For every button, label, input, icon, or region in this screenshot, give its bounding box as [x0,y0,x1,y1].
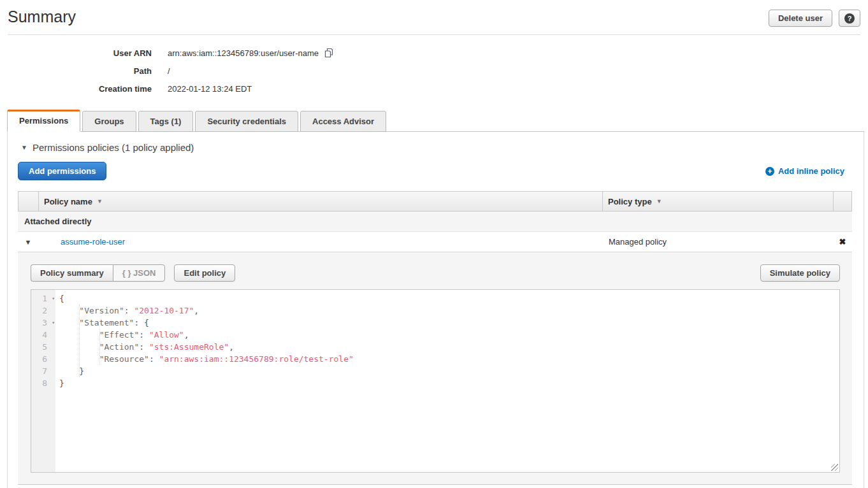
tab-permissions[interactable]: Permissions [7,110,80,132]
creation-time-label: Creation time [0,84,152,94]
fold-arrow-icon[interactable]: ▾ [52,292,55,305]
user-info: User ARN arn:aws:iam::123456789:user/use… [0,44,868,97]
line-number: 1▾ [31,292,55,305]
policy-type-column-header[interactable]: Policy type▼ [603,192,834,211]
code-line[interactable]: "Action": "sts:AssumeRole", [55,341,839,353]
edit-policy-button[interactable]: Edit policy [174,264,235,282]
sort-caret-icon: ▼ [656,198,662,205]
policy-table: Policy name▼ Policy type▼ Attached direc… [18,191,852,485]
policy-type-header-label: Policy type [608,197,652,206]
info-row-user-arn: User ARN arn:aws:iam::123456789:user/use… [0,44,868,62]
policy-actions-row: Add permissions + Add inline policy [18,162,844,180]
tab-tags[interactable]: Tags (1) [138,111,194,132]
code-line[interactable]: } [55,377,839,389]
policy-detail-toolbar: Policy summary { } JSON Edit policy Simu… [31,264,840,282]
permissions-policies-heading[interactable]: ▼ Permissions policies (1 policy applied… [8,132,864,153]
copy-icon[interactable] [324,48,333,58]
info-row-path: Path / [0,62,868,80]
path-label: Path [0,66,152,76]
add-inline-policy-link[interactable]: + Add inline policy [765,166,844,176]
row-expander-icon[interactable]: ▼ [18,238,38,246]
actions-column-header [834,192,853,211]
tab-strip: Permissions Groups Tags (1) Security cre… [7,110,864,132]
title-divider [8,34,860,35]
line-number: 4 [31,329,55,341]
policy-name-column-header[interactable]: Policy name▼ [39,192,603,211]
collapse-caret-icon: ▼ [21,144,27,151]
simulate-policy-button[interactable]: Simulate policy [760,264,840,282]
creation-time-value: 2022-01-12 13:24 EDT [168,84,252,94]
path-value: / [168,66,170,76]
editor-resize-handle[interactable] [831,464,838,471]
code-line[interactable]: { [55,292,839,305]
tab-security-credentials[interactable]: Security credentials [195,111,298,132]
code-line[interactable]: "Statement": { [55,317,839,329]
policy-table-header: Policy name▼ Policy type▼ [18,191,852,212]
detach-policy-icon[interactable]: ✖ [833,237,852,247]
policy-name-header-label: Policy name [44,197,92,206]
code-line[interactable]: "Effect": "Allow", [55,329,839,341]
line-number: 8 [31,377,55,389]
json-view-button[interactable]: { } JSON [113,264,166,282]
policy-name-link[interactable]: assume-role-user [38,237,125,247]
header-actions: Delete user ? [769,10,860,27]
page-header: Summary Delete user ? [0,0,868,27]
attached-directly-group-row: Attached directly [18,212,852,232]
info-row-creation-time: Creation time 2022-01-12 13:24 EDT [0,80,868,97]
policy-json-editor[interactable]: 1▾23▾45678 { "Version": "2012-10-17", "S… [31,289,840,473]
permissions-policies-heading-label: Permissions policies (1 policy applied) [33,142,194,153]
tab-groups[interactable]: Groups [82,111,136,132]
line-number: 5 [31,341,55,353]
user-arn-value-wrap: arn:aws:iam::123456789:user/user-name [168,48,333,58]
plus-circle-icon: + [765,167,774,176]
policy-type-value: Managed policy [602,237,833,247]
line-number: 6 [31,353,55,365]
line-number: 7 [31,365,55,377]
code-line[interactable]: "Version": "2012-10-17", [55,305,839,317]
question-mark-icon: ? [844,13,855,24]
fold-arrow-icon[interactable]: ▾ [52,317,55,329]
page-title: Summary [8,8,76,26]
add-permissions-button[interactable]: Add permissions [18,162,106,180]
delete-user-button[interactable]: Delete user [769,10,832,27]
line-number: 2 [31,305,55,317]
sort-caret-icon: ▼ [97,198,103,205]
editor-code[interactable]: { "Version": "2012-10-17", "Statement": … [55,290,839,472]
expander-column-header [18,192,39,211]
editor-gutter: 1▾23▾45678 [31,290,55,472]
policy-view-toggle: Policy summary { } JSON [31,264,165,282]
line-number: 3▾ [31,317,55,329]
permissions-tab-panel: ▼ Permissions policies (1 policy applied… [7,132,864,488]
code-line[interactable]: "Resource": "arn:aws:iam::123456789:role… [55,353,839,365]
user-arn-label: User ARN [0,48,152,58]
policy-summary-button[interactable]: Policy summary [31,264,113,282]
user-arn-value: arn:aws:iam::123456789:user/user-name [168,48,319,58]
code-line[interactable]: } [55,365,839,377]
add-inline-policy-label: Add inline policy [778,166,844,176]
help-button[interactable]: ? [839,10,860,27]
policy-row: ▼ assume-role-user Managed policy ✖ [18,232,852,252]
tab-access-advisor[interactable]: Access Advisor [300,111,386,132]
policy-detail-panel: Policy summary { } JSON Edit policy Simu… [18,252,852,485]
